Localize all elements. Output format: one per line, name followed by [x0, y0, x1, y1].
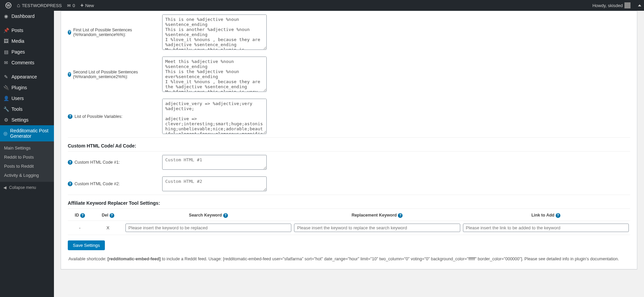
label-second-sentences: Second List of Possible Sentences (%%ran…	[73, 70, 155, 79]
settings-icon: ⚙	[3, 117, 9, 123]
submenu-redditomatic: Main Settings Reddit to Posts Posts to R…	[0, 141, 54, 182]
admin-sidebar: ◉Dashboard 📌Posts 🖼Media ▤Pages ✉Comment…	[0, 11, 54, 276]
affiliate-table: ID ? Del ? Search Keyword ? Replacement …	[68, 210, 630, 235]
main-content: ?First List of Possible Sentences (%%ran…	[54, 11, 644, 276]
brush-icon: ✎	[3, 74, 9, 79]
avatar-icon	[624, 2, 631, 8]
admin-topbar: W TESTWORDPRESS 0 New Howdy, skisded	[0, 0, 644, 11]
textarea-variables[interactable]	[162, 99, 267, 134]
th-link: Link to Add	[531, 213, 554, 218]
cell-id: -	[68, 221, 92, 235]
wordpress-icon: W	[5, 2, 11, 8]
collapse-icon: ◀	[3, 185, 6, 190]
table-row: - X	[68, 221, 630, 235]
shortcode-name: [redditomatic-embed-feed]	[108, 257, 161, 261]
row-variables: ?List of Possible Variables:	[68, 95, 630, 138]
save-settings-button[interactable]: Save Settings	[68, 240, 105, 250]
input-replacement-keyword[interactable]	[294, 224, 460, 232]
comment-count: 0	[72, 3, 75, 8]
menu-users[interactable]: 👤Users	[0, 93, 54, 104]
collapse-toolbar-icon[interactable]	[638, 4, 641, 6]
menu-plugins[interactable]: 🔌Plugins	[0, 82, 54, 93]
label-first-sentences: First List of Possible Sentences (%%rand…	[73, 28, 155, 37]
shortcode-footnote: Available shortcode: [redditomatic-embed…	[68, 250, 630, 262]
submenu-activity-logging[interactable]: Activity & Logging	[0, 171, 54, 180]
delete-row-button[interactable]: X	[107, 225, 110, 230]
label-variables: List of Possible Variables:	[75, 114, 122, 119]
submenu-reddit-to-posts[interactable]: Reddit to Posts	[0, 153, 54, 162]
menu-settings[interactable]: ⚙Settings	[0, 114, 54, 125]
help-icon[interactable]: ?	[398, 213, 403, 218]
settings-panel: ?First List of Possible Sentences (%%ran…	[61, 11, 637, 269]
help-icon[interactable]: ?	[68, 182, 72, 186]
menu-redditomatic[interactable]: ◎Redditomatic Post Generator	[0, 125, 54, 141]
home-icon	[17, 2, 20, 8]
help-icon[interactable]: ?	[110, 213, 114, 218]
collapse-menu-button[interactable]: ◀Collapse menu	[0, 182, 54, 193]
wp-logo-menu[interactable]: W	[3, 0, 14, 11]
row-first-sentences: ?First List of Possible Sentences (%%ran…	[68, 11, 630, 53]
row-custom-html-2: ?Custom HTML Code #2:	[68, 173, 630, 195]
help-icon[interactable]: ?	[556, 213, 560, 218]
help-icon[interactable]: ?	[68, 30, 71, 35]
new-content-link[interactable]: New	[78, 0, 96, 11]
help-icon[interactable]: ?	[68, 72, 71, 77]
th-del: Del	[102, 213, 108, 218]
menu-pages[interactable]: ▤Pages	[0, 46, 54, 57]
help-icon[interactable]: ?	[80, 213, 85, 218]
menu-posts[interactable]: 📌Posts	[0, 25, 54, 36]
textarea-second-sentences[interactable]	[162, 57, 267, 92]
help-icon[interactable]: ?	[68, 160, 72, 165]
th-search: Search Keyword	[189, 213, 222, 218]
input-search-keyword[interactable]	[125, 224, 291, 232]
reddit-icon: ◎	[3, 131, 7, 136]
menu-appearance[interactable]: ✎Appearance	[0, 71, 54, 82]
help-icon[interactable]: ?	[68, 114, 72, 119]
howdy-text: Howdy, skisded	[592, 3, 623, 8]
submenu-posts-to-reddit[interactable]: Posts to Reddit	[0, 162, 54, 171]
howdy-account-link[interactable]: Howdy, skisded	[590, 0, 633, 11]
menu-dashboard[interactable]: ◉Dashboard	[0, 11, 54, 22]
menu-tools[interactable]: 🔧Tools	[0, 104, 54, 114]
section-custom-html: Custom HTML Code/ Ad Code:	[68, 138, 630, 152]
plus-icon	[80, 2, 83, 8]
label-custom-html-2: Custom HTML Code #2:	[75, 182, 120, 186]
row-custom-html-1: ?Custom HTML Code #1:	[68, 152, 630, 173]
tools-icon: 🔧	[3, 106, 9, 112]
new-label: New	[85, 3, 94, 8]
site-home-link[interactable]: TESTWORDPRESS	[14, 0, 64, 11]
site-name: TESTWORDPRESS	[22, 3, 62, 8]
help-icon[interactable]: ?	[223, 213, 228, 218]
comment-icon	[67, 3, 71, 8]
label-custom-html-1: Custom HTML Code #1:	[75, 160, 120, 165]
menu-media[interactable]: 🖼Media	[0, 36, 54, 46]
input-link-to-add[interactable]	[463, 224, 629, 232]
page-icon: ▤	[3, 49, 9, 55]
users-icon: 👤	[3, 96, 9, 101]
th-replace: Replacement Keyword	[352, 213, 397, 218]
submenu-main-settings[interactable]: Main Settings	[0, 143, 54, 153]
media-icon: 🖼	[3, 38, 9, 44]
textarea-custom-html-2[interactable]	[162, 176, 267, 191]
plugin-icon: 🔌	[3, 85, 9, 90]
section-affiliate: Affiliate Keyword Replacer Tool Settings…	[68, 195, 630, 209]
dashboard-icon: ◉	[3, 13, 9, 19]
row-second-sentences: ?Second List of Possible Sentences (%%ra…	[68, 53, 630, 95]
textarea-first-sentences[interactable]	[162, 14, 267, 50]
menu-comments[interactable]: ✉Comments	[0, 57, 54, 68]
comments-icon: ✉	[3, 60, 9, 65]
pin-icon: 📌	[3, 28, 9, 33]
textarea-custom-html-1[interactable]	[162, 155, 267, 170]
th-id: ID	[75, 213, 79, 218]
comments-link[interactable]: 0	[64, 0, 78, 11]
